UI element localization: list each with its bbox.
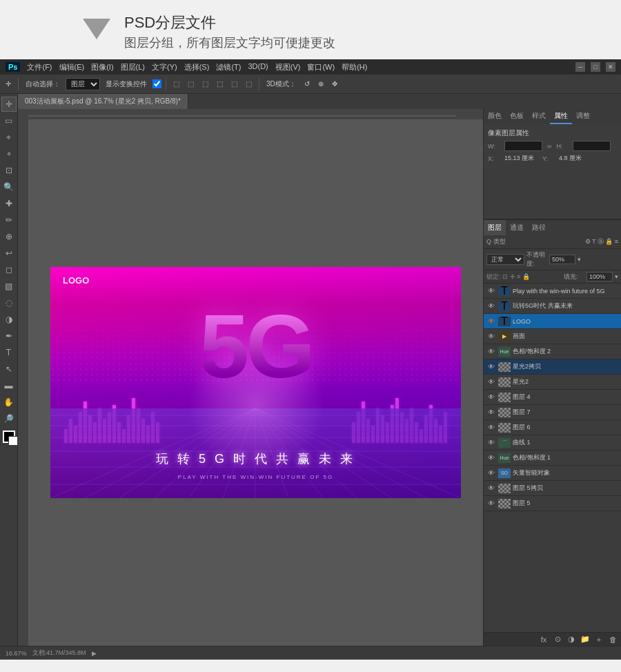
layer-item-11[interactable]: 👁 Hue 色相/饱和度 1: [484, 451, 621, 466]
pan-icon[interactable]: ✥: [329, 79, 340, 89]
hand-tool[interactable]: ✋: [1, 395, 17, 410]
menu-layer[interactable]: 图层(L): [121, 62, 145, 72]
delete-layer-button[interactable]: 🗑: [607, 634, 618, 645]
layer-item-4[interactable]: 👁 Hue 色相/饱和度 2: [484, 344, 621, 359]
gradient-tool[interactable]: ▨: [1, 279, 17, 294]
layer-eye-4[interactable]: 👁: [486, 347, 496, 357]
opacity-chevron[interactable]: ▾: [578, 256, 581, 263]
layer-eye-1[interactable]: 👁: [486, 302, 496, 311]
add-mask-button[interactable]: ⊙: [552, 634, 563, 645]
menu-window[interactable]: 窗口(W): [307, 62, 335, 72]
stamp-tool[interactable]: ⊕: [1, 229, 17, 244]
layer-item-1[interactable]: 👁 T 玩转5G时代 共赢未来: [484, 299, 621, 314]
align-left-icon[interactable]: ⬚: [170, 79, 182, 89]
new-layer-button[interactable]: +: [593, 634, 604, 645]
layer-item-14[interactable]: 👁 图层 5: [484, 496, 621, 511]
opacity-value[interactable]: 50%: [549, 255, 575, 264]
history-brush-tool[interactable]: ↩: [1, 246, 17, 261]
tab-layers[interactable]: 图层: [484, 220, 506, 235]
layer-eye-6[interactable]: 👁: [486, 377, 496, 387]
layer-item-6[interactable]: 👁 星光2: [484, 375, 621, 390]
h-input[interactable]: [573, 141, 611, 151]
minimize-button[interactable]: ─: [575, 62, 585, 72]
align-center-icon[interactable]: ⬚: [185, 79, 197, 89]
layer-item-9[interactable]: 👁 图层 6: [484, 420, 621, 435]
align-top-icon[interactable]: ⬚: [214, 79, 226, 89]
eraser-tool[interactable]: ◻: [1, 262, 17, 277]
tab-colors[interactable]: 颜色: [484, 109, 506, 124]
tab-channels[interactable]: 通道: [506, 220, 528, 235]
brush-tool[interactable]: ✏: [1, 213, 17, 228]
maximize-button[interactable]: □: [591, 62, 600, 72]
eyedropper-tool[interactable]: 🔍: [1, 179, 17, 195]
layer-eye-11[interactable]: 👁: [486, 453, 496, 463]
path-select-tool[interactable]: ↖: [1, 362, 17, 377]
tab-swatches[interactable]: 色板: [506, 109, 528, 124]
layer-item-0[interactable]: 👁 T Play with the win-win future of 5G: [484, 284, 621, 299]
layer-item-8[interactable]: 👁 图层 7: [484, 405, 621, 420]
menu-view[interactable]: 视图(V): [275, 62, 301, 72]
menu-filter[interactable]: 滤镜(T): [216, 62, 241, 72]
menu-image[interactable]: 图像(I): [91, 62, 113, 72]
menu-help[interactable]: 帮助(H): [342, 62, 367, 72]
select-rect-tool[interactable]: ▭: [1, 113, 17, 128]
layer-eye-2[interactable]: 👁: [486, 317, 496, 326]
layer-eye-0[interactable]: 👁: [486, 286, 496, 296]
layer-eye-13[interactable]: 👁: [486, 484, 496, 493]
blend-mode-select[interactable]: 正常 正片叠底 滤色 叠加: [486, 254, 524, 265]
layer-item-3[interactable]: 👁 ▶ 画面: [484, 329, 621, 344]
layer-eye-8[interactable]: 👁: [486, 408, 496, 417]
orbit-icon[interactable]: ⊕: [315, 79, 326, 89]
layer-eye-9[interactable]: 👁: [486, 423, 496, 433]
layer-eye-10[interactable]: 👁: [486, 438, 496, 448]
pen-tool[interactable]: ✒: [1, 328, 17, 344]
layer-item-2[interactable]: 👁 T LOGO: [484, 314, 621, 329]
layer-item-7[interactable]: 👁 图层 4: [484, 390, 621, 405]
lasso-tool[interactable]: ⌖: [1, 130, 17, 145]
layer-eye-5[interactable]: 👁: [486, 362, 496, 372]
menu-file[interactable]: 文件(F): [27, 62, 52, 72]
menu-select[interactable]: 选择(S): [184, 62, 210, 72]
layer-item-5[interactable]: 👁 星光2拷贝: [484, 359, 621, 375]
layer-item-13[interactable]: 👁 图层 5拷贝: [484, 481, 621, 496]
fill-value[interactable]: 100%: [586, 272, 613, 281]
tab-properties[interactable]: 属性: [550, 109, 572, 124]
w-input[interactable]: [504, 141, 542, 151]
tab-styles[interactable]: 样式: [528, 109, 550, 124]
crop-tool[interactable]: ⊡: [1, 163, 17, 178]
layer-eye-14[interactable]: 👁: [486, 499, 496, 508]
layer-fx-button[interactable]: fx: [538, 634, 549, 645]
close-button[interactable]: ✕: [606, 62, 615, 72]
menu-type[interactable]: 文字(Y): [152, 62, 177, 72]
layer-eye-7[interactable]: 👁: [486, 393, 496, 402]
align-bottom-icon[interactable]: ⬚: [243, 79, 255, 89]
tab-adjustments[interactable]: 调整: [572, 109, 594, 124]
layer-item-12[interactable]: 👁 SO 矢量智能对象: [484, 466, 621, 481]
add-group-button[interactable]: 📁: [580, 634, 591, 645]
align-right-icon[interactable]: ⬚: [199, 79, 211, 89]
zoom-tool[interactable]: 🔎: [1, 411, 17, 426]
layer-eye-12[interactable]: 👁: [486, 468, 496, 478]
menu-edit[interactable]: 编辑(E): [59, 62, 85, 72]
tab-paths[interactable]: 路径: [528, 220, 550, 235]
menu-3d[interactable]: 3D(D): [248, 62, 268, 72]
add-adjustment-button[interactable]: ◑: [566, 634, 577, 645]
show-transform-checkbox[interactable]: [152, 79, 161, 88]
foreground-color-swatch[interactable]: [3, 431, 15, 443]
auto-select-dropdown[interactable]: 图层: [66, 78, 100, 90]
fill-chevron[interactable]: ▾: [615, 273, 618, 280]
move-tool[interactable]: ✛: [1, 97, 17, 112]
layer-item-10[interactable]: 👁 ⌒ 曲线 1: [484, 435, 621, 451]
layer-eye-3[interactable]: 👁: [486, 332, 496, 342]
canvas-scroll-area[interactable]: LOGO 5G 玩 转 5 G 时 代 共 赢 未 来 PLAY WITH TH…: [28, 119, 483, 646]
rotate-icon[interactable]: ↺: [302, 79, 313, 89]
move-tool-icon[interactable]: ✛: [3, 79, 14, 89]
document-tab[interactable]: 003活动展板-5.psd @ 16.7% (星光2 拷贝, RGB/8)*: [18, 94, 188, 109]
shape-tool[interactable]: ▬: [1, 378, 17, 393]
type-tool[interactable]: T: [1, 345, 17, 360]
dodge-tool[interactable]: ◑: [1, 312, 17, 327]
blur-tool[interactable]: ◌: [1, 295, 17, 310]
heal-tool[interactable]: ✚: [1, 196, 17, 211]
quick-select-tool[interactable]: ⚬: [1, 146, 17, 161]
align-middle-icon[interactable]: ⬚: [228, 79, 240, 89]
